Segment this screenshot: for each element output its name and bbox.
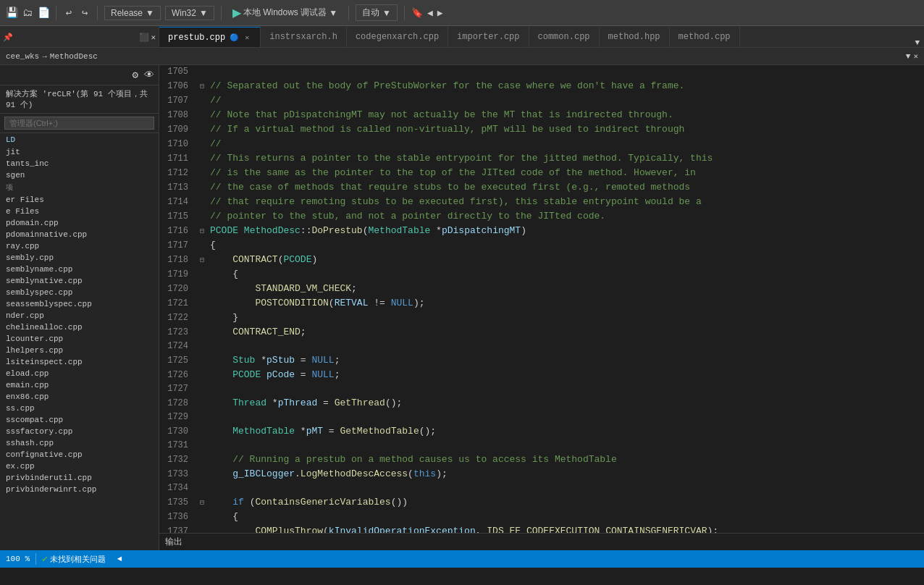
new-icon[interactable]: 📄 (38, 7, 49, 19)
tab-methodhpp-label: method.hpp (608, 32, 660, 42)
release-dropdown[interactable]: Release ▼ (104, 6, 161, 20)
save-all-icon[interactable]: 🗂 (22, 7, 33, 19)
file-list: LD jit tants_inc sgen 项 er Files e Files… (0, 133, 159, 550)
statusbar: 100 % ✔ 未找到相关问题 ◄ (0, 550, 924, 568)
tab-common[interactable]: common.cpp (529, 27, 600, 47)
list-item-sscompat[interactable]: sscompat.cpp (0, 414, 159, 426)
list-item-semblyname[interactable]: semblyname.cpp (0, 264, 159, 275)
list-item-ray[interactable]: ray.cpp (0, 240, 159, 252)
code-line-1732: 1732 // Running a prestub on a method ca… (159, 453, 924, 467)
list-item-emain[interactable]: emain.cpp (0, 379, 159, 391)
tab-overflow-icon[interactable]: ▼ (910, 38, 924, 47)
code-line-1722: 1722 } (159, 311, 924, 325)
separator-4 (348, 6, 349, 20)
nav-expand-icon[interactable]: ▼ (906, 52, 911, 61)
code-line-1724: 1724 (159, 340, 924, 353)
undo-icon[interactable]: ↩ (63, 7, 75, 19)
tab-codegenxarch[interactable]: codegenxarch.cpp (347, 27, 448, 47)
code-line-1712: 1712 // is the same as the pointer to th… (159, 166, 924, 180)
list-item-privbinderwinrt[interactable]: privbinderwinrt.cpp (0, 484, 159, 495)
list-item-ss[interactable]: ss.cpp (0, 403, 159, 414)
list-item-sshash[interactable]: sshash.cpp (0, 437, 159, 449)
list-item-confignative[interactable]: confignative.cpp (0, 449, 159, 460)
nav-back-icon[interactable]: ◀ (427, 7, 433, 19)
code-line-1737: 1737 COMPlusThrow(kInvalidOperationExcep… (159, 524, 924, 533)
list-item-pdomainnative[interactable]: pdomainnative.cpp (0, 229, 159, 240)
section-LD[interactable]: LD (0, 133, 159, 146)
list-item-pdomain[interactable]: pdomain.cpp (0, 217, 159, 229)
tab-prestub-close[interactable]: ✕ (243, 33, 251, 43)
code-line-1718: 1718 ⊟ CONTRACT(PCODE) (159, 253, 924, 267)
output-label: 输出 (165, 536, 182, 548)
list-item-privbinderutil[interactable]: privbinderutil.cpp (0, 472, 159, 484)
zoom-value: 100 % (6, 555, 30, 563)
sidebar-pin-icon[interactable]: 📌 (3, 33, 13, 42)
tab-instrsxarch-label: instrsxarch.h (269, 32, 337, 42)
tab-methodhpp[interactable]: method.hpp (600, 27, 670, 47)
bookmark-icon[interactable]: 🔖 (411, 7, 423, 19)
list-item-enx86[interactable]: enx86.cpp (0, 391, 159, 403)
search-input[interactable] (4, 117, 154, 130)
list-item-ex[interactable]: ex.cpp (0, 460, 159, 472)
sidebar-settings-icon[interactable]: ⚙ (131, 67, 140, 83)
list-item-nder[interactable]: nder.cpp (0, 310, 159, 321)
list-item-eload[interactable]: eload.cpp (0, 368, 159, 379)
list-item-sgen[interactable]: sgen (0, 169, 159, 181)
tab-prestub-label: prestub.cpp (168, 33, 225, 43)
code-line-1734: 1734 (159, 481, 924, 495)
solution-label: 解决方案 'reCLR'(第 91 个项目，共 91 个) (6, 90, 148, 109)
separator-5 (404, 6, 405, 20)
code-line-1720: 1720 STANDARD_VM_CHECK; (159, 282, 924, 296)
nav-path-right: MethodDesc (50, 52, 98, 61)
list-item-semblynative[interactable]: semblynative.cpp (0, 275, 159, 287)
list-item-lsiteinspect[interactable]: lsiteinspect.cpp (0, 356, 159, 368)
list-item-lcounter[interactable]: lcounter.cpp (0, 333, 159, 345)
list-item-semblyspec[interactable]: semblyspec.cpp (0, 287, 159, 298)
tab-prestub-modified-icon: 🔵 (230, 33, 238, 42)
sidebar: ⚙ 👁 解决方案 'reCLR'(第 91 个项目，共 91 个) LD jit… (0, 65, 159, 550)
sidebar-float-icon[interactable]: ⬛ (139, 33, 149, 42)
release-chevron-icon: ▼ (146, 8, 154, 18)
sidebar-toolbar: ⚙ 👁 (0, 65, 159, 85)
list-item-sembly[interactable]: sembly.cpp (0, 252, 159, 264)
sidebar-view-icon[interactable]: 👁 (143, 68, 156, 83)
nav-close-icon[interactable]: ✕ (913, 51, 918, 61)
tab-prestub[interactable]: prestub.cpp 🔵 ✕ (159, 27, 261, 47)
list-separator: 项 (0, 181, 159, 194)
tab-importer-label: importer.cpp (457, 32, 519, 42)
tab-bar: 📌 ⬛ ✕ prestub.cpp 🔵 ✕ instrsxarch.h code… (0, 26, 924, 48)
status-message-item: ✔ 未找到相关问题 (42, 553, 106, 565)
list-item-tants[interactable]: tants_inc (0, 158, 159, 169)
list-item-sssfactory[interactable]: sssfactory.cpp (0, 426, 159, 437)
code-line-1721: 1721 POSTCONDITION(RETVAL != NULL); (159, 296, 924, 311)
attach-dropdown[interactable]: 自动 ▼ (356, 4, 398, 21)
sidebar-close-icon[interactable]: ✕ (151, 33, 156, 42)
save-icon[interactable]: 💾 (6, 7, 17, 19)
scroll-left-icon[interactable]: ◄ (117, 555, 122, 563)
list-item-e-files[interactable]: e Files (0, 206, 159, 217)
solution-explorer-title[interactable]: 解决方案 'reCLR'(第 91 个项目，共 91 个) (0, 85, 159, 114)
code-line-1716: 1716 ⊟ PCODE MethodDesc::DoPrestub(Metho… (159, 224, 924, 238)
code-line-1729: 1729 (159, 411, 924, 424)
main-area: ⚙ 👁 解决方案 'reCLR'(第 91 个项目，共 91 个) LD jit… (0, 65, 924, 550)
code-area[interactable]: 1705 1706 ⊟ // Separated out the body of… (159, 65, 924, 533)
list-item-jit[interactable]: jit (0, 146, 159, 158)
tab-instrsxarch[interactable]: instrsxarch.h (261, 27, 347, 47)
status-text: 未找到相关问题 (50, 554, 106, 565)
list-item-seassemblyspec[interactable]: seassemblyspec.cpp (0, 298, 159, 310)
code-line-1725: 1725 Stub *pStub = NULL; (159, 353, 924, 368)
redo-icon[interactable]: ↪ (79, 7, 91, 19)
tab-methodcpp[interactable]: method.cpp (670, 27, 740, 47)
tab-importer[interactable]: importer.cpp (448, 27, 529, 47)
separator-3 (221, 6, 222, 20)
list-item-er-files[interactable]: er Files (0, 194, 159, 206)
list-item-lhelpers[interactable]: lhelpers.cpp (0, 345, 159, 356)
code-line-1730: 1730 MethodTable *pMT = GetMethodTable()… (159, 424, 924, 439)
play-button[interactable]: ▶ 本地 Windows 调试器 ▼ (228, 4, 342, 21)
status-check-icon: ✔ (42, 553, 48, 565)
nav-forward-icon[interactable]: ▶ (437, 7, 443, 19)
list-item-chelinealloc[interactable]: chelinealloc.cpp (0, 321, 159, 333)
platform-dropdown[interactable]: Win32 ▼ (165, 6, 214, 20)
navbar: cee_wks → MethodDesc ▼ ✕ (0, 48, 924, 65)
code-line-1728: 1728 Thread *pThread = GetThread(); (159, 396, 924, 411)
